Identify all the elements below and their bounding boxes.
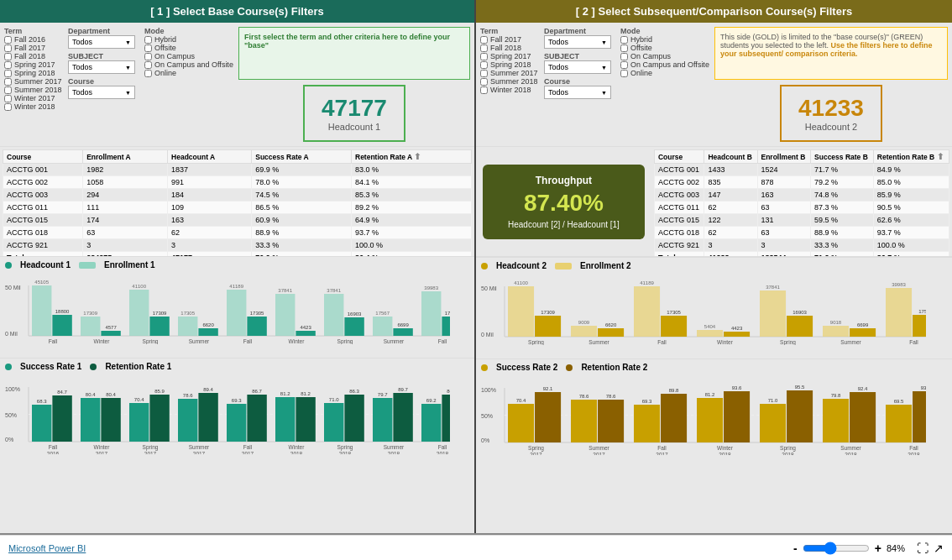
svg-rect-159 — [913, 315, 926, 337]
svg-text:17305: 17305 — [250, 311, 264, 316]
svg-text:16903: 16903 — [348, 311, 362, 317]
svg-text:85.9: 85.9 — [154, 389, 165, 394]
headcount2-display: 41233 Headcount 2 — [780, 85, 882, 142]
right-subject-dropdown[interactable]: Todos ▼ — [544, 60, 611, 74]
svg-rect-158 — [886, 288, 912, 337]
term-fall2017[interactable]: Fall 2017 — [4, 44, 63, 52]
zoom-controls: - + 84% ⛶ ↗ — [793, 542, 944, 555]
right-info-hc: This side (GOLD) is limited to the "base… — [714, 27, 948, 142]
svg-rect-107 — [393, 393, 412, 442]
table-row: ACCTG 9213333.3 %100.0 % — [3, 239, 472, 252]
svg-rect-194 — [760, 404, 786, 442]
rmode-hybrid[interactable]: Hybrid — [620, 35, 709, 44]
svg-text:100%: 100% — [481, 387, 496, 393]
mode-oncampus[interactable]: On Campus — [144, 52, 233, 60]
svg-text:Fall: Fall — [243, 444, 253, 450]
col-enrollment-a: Enrollment A — [83, 150, 168, 164]
svg-text:Spring: Spring — [780, 445, 796, 452]
scroll-icon: ⬆ — [414, 152, 421, 161]
rterm-spring2018[interactable]: Spring 2018 — [480, 60, 539, 69]
left-panel: [ 1 ] Select Base Course(s) Filters Term… — [0, 0, 476, 533]
rmode-online[interactable]: Online — [620, 69, 709, 77]
sr1-legend-dot — [5, 364, 12, 370]
left-course-dropdown[interactable]: Todos ▼ — [68, 86, 135, 99]
svg-rect-183 — [661, 394, 687, 442]
external-link-icon[interactable]: ↗ — [934, 542, 944, 555]
hc2-legend-dot — [481, 263, 488, 270]
svg-text:Summer: Summer — [384, 338, 405, 344]
term-winter2017[interactable]: Winter 2017 — [4, 94, 63, 102]
svg-text:6699: 6699 — [857, 322, 869, 327]
svg-text:4423: 4423 — [731, 326, 743, 331]
left-subject-label: SUBJECT — [68, 52, 139, 60]
term-fall2016[interactable]: Fall 2016 — [4, 35, 63, 44]
rterm-summer2017[interactable]: Summer 2017 — [480, 69, 539, 77]
fullscreen-icon[interactable]: ⛶ — [917, 542, 928, 555]
svg-text:Summer: Summer — [840, 445, 861, 451]
svg-text:Winter: Winter — [289, 444, 306, 450]
svg-text:95.5: 95.5 — [795, 385, 805, 390]
chart2-title: Headcount 2 Enrollment 2 — [481, 261, 947, 270]
svg-rect-65 — [52, 395, 71, 442]
left-dept-dropdown[interactable]: Todos ▼ — [68, 35, 135, 49]
svg-rect-195 — [787, 390, 813, 442]
zoom-plus-icon[interactable]: + — [875, 542, 881, 555]
rcol-course: Course — [654, 150, 704, 164]
svg-text:Spring: Spring — [528, 445, 544, 452]
rterm-spring2017[interactable]: Spring 2017 — [480, 52, 539, 60]
chart1-svg: 50 Mil0 Mil1880045105Fall2016457717309Wi… — [5, 273, 450, 344]
rterm-fall2018[interactable]: Fall 2018 — [480, 44, 539, 52]
term-summer2018[interactable]: Summer 2018 — [4, 86, 63, 94]
mode-oncampus-offsite[interactable]: On Campus and Offsite — [144, 60, 233, 69]
svg-text:Winter: Winter — [94, 338, 111, 344]
svg-rect-123 — [535, 316, 561, 337]
table-row: ACCTG 0011433152471.7 %84.9 % — [654, 164, 949, 176]
zoom-minus-icon[interactable]: - — [793, 542, 798, 555]
svg-rect-152 — [823, 326, 849, 337]
rterm-winter2018[interactable]: Winter 2018 — [480, 86, 539, 94]
svg-text:Winter: Winter — [94, 444, 111, 450]
svg-rect-76 — [129, 403, 149, 442]
svg-text:2018: 2018 — [437, 451, 449, 454]
rr1-legend-dot — [90, 364, 97, 370]
term-winter2018[interactable]: Winter 2018 — [4, 102, 63, 111]
rmode-oncampus-offsite[interactable]: On Campus and Offsite — [620, 60, 709, 69]
svg-rect-106 — [373, 398, 392, 442]
term-spring2018[interactable]: Spring 2018 — [4, 69, 63, 77]
svg-rect-47 — [393, 328, 412, 336]
left-data-table: Course Enrollment A Headcount A Success … — [3, 149, 472, 256]
term-fall2018[interactable]: Fall 2018 — [4, 52, 63, 60]
svg-rect-171 — [535, 392, 561, 442]
powerbi-link[interactable]: Microsoft Power BI — [8, 543, 86, 553]
rterm-fall2017[interactable]: Fall 2017 — [480, 35, 539, 44]
term-spring2017[interactable]: Spring 2017 — [4, 60, 63, 69]
svg-text:Summer: Summer — [588, 339, 609, 345]
svg-rect-89 — [247, 395, 266, 442]
svg-rect-140 — [697, 330, 723, 337]
svg-text:70.4: 70.4 — [134, 397, 144, 402]
svg-text:92.4: 92.4 — [858, 386, 868, 391]
right-course-dropdown[interactable]: Todos ▼ — [544, 86, 611, 99]
left-subject-dropdown[interactable]: Todos ▼ — [68, 60, 135, 74]
svg-text:17567: 17567 — [445, 311, 450, 316]
rmode-oncampus[interactable]: On Campus — [620, 52, 709, 60]
headcount2-value: 41233 — [798, 95, 864, 122]
rcol-hc-b: Headcount B — [704, 150, 757, 164]
svg-text:0%: 0% — [481, 437, 489, 443]
rterm-summer2018[interactable]: Summer 2018 — [480, 77, 539, 86]
right-course-label: Course — [544, 77, 615, 86]
svg-rect-112 — [421, 404, 441, 442]
mode-online[interactable]: Online — [144, 69, 233, 77]
zoom-slider[interactable] — [803, 542, 870, 555]
svg-rect-46 — [373, 317, 392, 336]
svg-text:79.8: 79.8 — [831, 393, 841, 398]
rmode-offsite[interactable]: Offsite — [620, 44, 709, 52]
svg-text:78.6: 78.6 — [579, 394, 589, 399]
svg-rect-23 — [198, 328, 217, 336]
svg-text:69.2: 69.2 — [426, 398, 437, 403]
right-dept-dropdown[interactable]: Todos ▼ — [544, 35, 611, 49]
term-summer2017[interactable]: Summer 2017 — [4, 77, 63, 86]
mode-hybrid[interactable]: Hybrid — [144, 35, 233, 44]
left-term-label: Term — [4, 27, 63, 35]
mode-offsite[interactable]: Offsite — [144, 44, 233, 52]
